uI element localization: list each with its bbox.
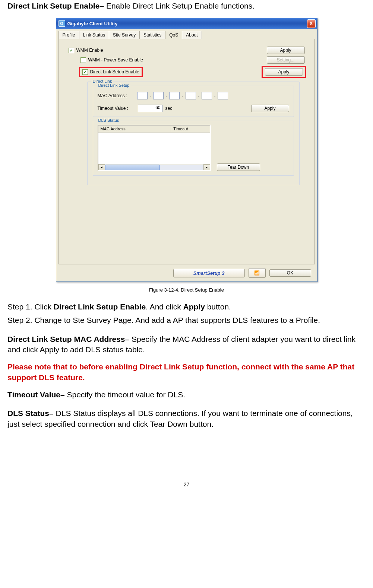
signal-button[interactable]: 📶 — [249, 268, 266, 278]
timeout-input[interactable]: 60 — [138, 105, 162, 112]
tab-site-survey[interactable]: Site Survey — [109, 31, 140, 39]
ok-button[interactable]: OK — [269, 269, 311, 277]
dls-enable-highlight: Direct Link Setup Enable — [79, 67, 143, 77]
apply-dls-button[interactable]: Apply — [265, 68, 303, 76]
scroll-track[interactable] — [105, 165, 203, 170]
dls-enable-checkbox[interactable] — [82, 69, 88, 75]
smart-setup-button[interactable]: SmartSetup 3 — [173, 269, 245, 277]
titlebar: G Gigabyte Client Utility X — [56, 18, 317, 29]
wmm-enable-label: WMM Enable — [76, 48, 103, 53]
mac-octet-4[interactable] — [186, 92, 196, 99]
mac-octet-6[interactable] — [218, 92, 228, 99]
warning-note: Please note that to before enabling Dire… — [7, 362, 366, 383]
timeout-paragraph: Timeout Value– Specify the timeout value… — [7, 390, 366, 400]
tab-profile[interactable]: Profile — [59, 31, 79, 39]
mac-octet-2[interactable] — [153, 92, 164, 99]
scroll-left-button[interactable]: ◄ — [98, 164, 105, 170]
mac-octet-5[interactable] — [202, 92, 212, 99]
step-1: Step 1. Click Direct Link Setup Enable. … — [7, 302, 366, 312]
page-number: 27 — [7, 481, 366, 487]
tab-about[interactable]: About — [182, 31, 202, 39]
dls-paragraph: DLS Status– DLS Status displays all DLS … — [7, 408, 366, 429]
qos-panel: WMM Enable Apply WMM - Power Save Enable… — [59, 39, 315, 264]
apply-dls-highlight: Apply — [262, 66, 306, 78]
setup-legend: Direct Link Setup — [97, 83, 131, 88]
setting-button: Setting... — [267, 56, 305, 64]
dls-status-table[interactable]: MAC Address Timeout ◄ ► — [98, 125, 211, 171]
mac-octet-3[interactable] — [169, 92, 180, 99]
mac-paragraph: Direct Link Setup MAC Address– Specify t… — [7, 334, 366, 355]
tab-qos[interactable]: QoS — [165, 31, 182, 39]
col-timeout: Timeout — [171, 125, 210, 132]
app-window: G Gigabyte Client Utility X Profile Link… — [56, 18, 317, 282]
app-icon: G — [59, 20, 65, 27]
mac-octet-1[interactable] — [137, 92, 148, 99]
scroll-thumb[interactable] — [105, 165, 160, 171]
figure-caption: Figure 3-12-4. Direct Setup Enable — [7, 287, 366, 293]
intro-desc: Enable Direct Link Setup Enable function… — [106, 1, 255, 10]
direct-link-group: Direct Link Direct Link Setup MAC Addres… — [87, 82, 300, 185]
intro-line: Direct Link Setup Enable– Enable Direct … — [7, 1, 366, 10]
dls-status-group: DLS Status MAC Address Timeout ◄ — [93, 121, 294, 176]
signal-icon: 📶 — [254, 270, 260, 276]
window-title: Gigabyte Client Utility — [67, 21, 118, 26]
timeout-label: Timeout Value : — [98, 106, 135, 111]
wmm-ps-checkbox[interactable] — [80, 57, 86, 63]
wmm-ps-label: WMM - Power Save Enable — [88, 57, 143, 63]
tab-statistics[interactable]: Statistics — [139, 31, 165, 39]
tab-strip: Profile Link Status Site Survey Statisti… — [59, 31, 315, 39]
wmm-enable-checkbox[interactable] — [69, 48, 74, 53]
close-icon: X — [310, 21, 313, 26]
apply-timeout-button[interactable]: Apply — [251, 105, 289, 112]
dls-status-legend: DLS Status — [97, 118, 121, 123]
timeout-unit: sec — [165, 106, 173, 111]
intro-title: Direct Link Setup Enable– — [7, 1, 106, 10]
dls-enable-label: Direct Link Setup Enable — [90, 69, 139, 74]
scroll-right-button[interactable]: ► — [203, 164, 210, 170]
step-2: Step 2. Change to Ste Survey Page. And a… — [7, 315, 366, 325]
apply-wmm-button[interactable]: Apply — [267, 47, 305, 54]
direct-link-setup-group: Direct Link Setup MAC Address : - - - - … — [93, 86, 294, 117]
horizontal-scrollbar[interactable]: ◄ ► — [98, 164, 210, 170]
col-mac-address: MAC Address — [98, 125, 171, 132]
tear-down-button[interactable]: Tear Down — [217, 163, 260, 171]
bottom-bar: SmartSetup 3 📶 OK — [59, 264, 315, 278]
tab-link-status[interactable]: Link Status — [79, 31, 109, 39]
dls-table-header: MAC Address Timeout — [98, 125, 210, 133]
close-button[interactable]: X — [307, 19, 316, 28]
mac-address-label: MAC Address : — [98, 93, 135, 98]
